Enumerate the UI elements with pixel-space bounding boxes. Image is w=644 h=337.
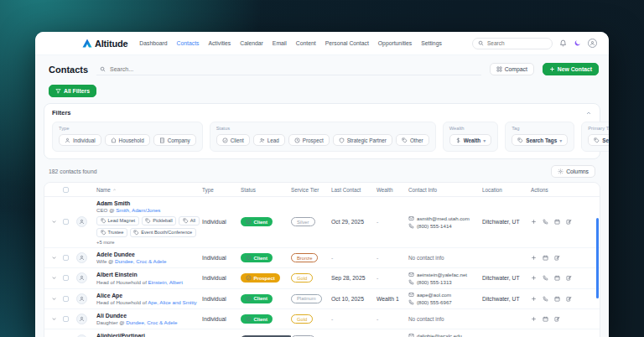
row-checkbox[interactable] <box>63 296 69 302</box>
contacts-search[interactable] <box>96 64 481 75</box>
primary-tag-search-dropdown[interactable]: Search Tags▾ <box>588 134 609 146</box>
add-action-button[interactable] <box>531 255 537 261</box>
contacts-search-input[interactable] <box>110 66 478 72</box>
filter-option-client[interactable]: Client <box>216 134 250 146</box>
columns-button[interactable]: Columns <box>551 165 595 178</box>
add-action-button[interactable] <box>531 316 537 322</box>
filter-option-household[interactable]: Household <box>105 134 150 146</box>
edit-action-button[interactable] <box>554 255 560 261</box>
contact-email[interactable]: aape@aol.com <box>408 291 482 298</box>
wealth-dropdown[interactable]: Wealth▾ <box>449 134 492 146</box>
calendar-action-button[interactable] <box>543 316 548 322</box>
global-search[interactable] <box>472 38 553 49</box>
new-contact-button[interactable]: New Contact <box>543 63 599 75</box>
edit-action-button[interactable] <box>566 275 572 281</box>
column-header-name[interactable]: Name <box>96 187 202 193</box>
row-checkbox[interactable] <box>63 219 69 225</box>
table-row[interactable]: Adam Smith CEO @ Smith, Adam/JonesLead M… <box>44 197 600 248</box>
contact-email[interactable]: aeinstein@yalefac.net <box>408 271 482 278</box>
subtitle-link[interactable]: Ape, Alice and Smitty <box>148 299 196 305</box>
edit-action-button[interactable] <box>554 316 560 322</box>
column-header-contact-info[interactable]: Contact Info <box>408 187 482 193</box>
subtitle-link[interactable]: Dundee, Croc & Adele <box>126 319 177 325</box>
column-header-status[interactable]: Status <box>241 187 291 193</box>
column-header-location[interactable]: Location <box>482 187 531 193</box>
tag-search-dropdown[interactable]: Search Tags▾ <box>512 134 568 146</box>
column-header-type[interactable]: Type <box>202 187 241 193</box>
row-expand-chevron-icon[interactable] <box>51 219 63 225</box>
contact-phone[interactable]: (800) 555-1313 <box>408 278 482 286</box>
column-header-service-tier[interactable]: Service Tier <box>291 187 331 193</box>
filter-option-individual[interactable]: Individual <box>59 134 101 146</box>
subtitle-link[interactable]: Smith, Adam/Jones <box>116 207 160 213</box>
table-row[interactable]: Alighieri/Portinari Beatrice Portinari i… <box>44 329 600 337</box>
dark-mode-moon-icon[interactable] <box>574 39 581 47</box>
phone-action-button[interactable] <box>543 296 548 302</box>
nav-item-contacts[interactable]: Contacts <box>177 40 200 46</box>
table-row[interactable]: Albert Einstein Head of Household of Ein… <box>44 268 600 288</box>
row-expand-chevron-icon[interactable] <box>51 296 63 302</box>
user-avatar[interactable] <box>588 39 597 48</box>
row-expand-chevron-icon[interactable] <box>51 316 63 322</box>
edit-action-button[interactable] <box>566 296 572 302</box>
filter-option-other[interactable]: Other <box>396 134 429 146</box>
row-checkbox[interactable] <box>63 275 69 281</box>
add-action-button[interactable] <box>531 275 537 281</box>
contact-tag[interactable]: Trustee <box>96 228 127 237</box>
calendar-action-button[interactable] <box>543 255 548 261</box>
phone-action-button[interactable] <box>543 219 548 225</box>
subtitle-link[interactable]: Einstein, Albert <box>148 279 183 285</box>
calendar-action-button[interactable] <box>554 296 560 302</box>
contact-name[interactable]: Ali Dundee <box>96 312 202 319</box>
add-action-button[interactable] <box>531 296 537 302</box>
phone-action-button[interactable] <box>543 275 548 281</box>
filter-option-prospect[interactable]: Prospect <box>288 134 330 146</box>
compact-toggle-button[interactable]: Compact <box>490 63 534 75</box>
contact-tag[interactable]: Pickleball <box>142 216 177 226</box>
notifications-bell-icon[interactable] <box>559 39 567 47</box>
nav-item-dashboard[interactable]: Dashboard <box>139 40 167 46</box>
filter-option-strategic-partner[interactable]: Strategic Partner <box>333 134 392 146</box>
contact-phone[interactable]: (800) 555-6967 <box>408 298 482 306</box>
nav-item-email[interactable]: Email <box>273 40 287 46</box>
contact-name[interactable]: Adam Smith <box>96 200 202 207</box>
contact-email[interactable]: dalighie@wcslc.edu <box>408 332 482 337</box>
nav-item-content[interactable]: Content <box>296 40 316 46</box>
nav-item-calendar[interactable]: Calendar <box>240 40 263 46</box>
select-all-checkbox[interactable] <box>63 187 69 193</box>
row-checkbox[interactable] <box>63 255 69 261</box>
calendar-action-button[interactable] <box>554 219 560 225</box>
add-action-button[interactable] <box>531 219 537 225</box>
app-logo[interactable]: Altitude <box>82 39 127 49</box>
row-checkbox[interactable] <box>63 316 69 322</box>
contact-phone[interactable]: (800) 555-1414 <box>408 222 482 230</box>
nav-item-opportunities[interactable]: Opportunities <box>378 40 412 46</box>
row-expand-chevron-icon[interactable] <box>51 275 63 281</box>
scrollbar-thumb[interactable] <box>596 218 599 298</box>
filter-option-lead[interactable]: Lead <box>253 134 285 146</box>
contact-tag[interactable]: All <box>179 216 199 226</box>
collapse-chevron-up-icon[interactable] <box>585 110 592 117</box>
table-row[interactable]: Ali Dundee Daughter @ Dundee, Croc & Ade… <box>44 309 600 329</box>
table-row[interactable]: Alice Ape Head of Household of Ape, Alic… <box>44 289 600 309</box>
calendar-action-button[interactable] <box>554 275 560 281</box>
filter-option-company[interactable]: Company <box>153 134 196 146</box>
contact-name[interactable]: Alice Ape <box>96 292 202 299</box>
row-expand-chevron-icon[interactable] <box>51 255 63 261</box>
table-row[interactable]: Adele Dundee Wife @ Dundee, Croc & Adele… <box>44 248 600 268</box>
global-search-input[interactable] <box>487 40 546 46</box>
contact-name[interactable]: Alighieri/Portinari <box>96 332 202 337</box>
column-header-actions[interactable]: Actions <box>531 187 593 193</box>
more-tags-link[interactable]: +5 more <box>96 240 114 245</box>
contact-email[interactable]: asmith@med.utah.com <box>408 215 482 222</box>
contact-name[interactable]: Albert Einstein <box>96 271 202 278</box>
contact-tag[interactable]: Event Booth/Conference <box>130 228 196 237</box>
contact-name[interactable]: Adele Dundee <box>96 251 202 258</box>
nav-item-settings[interactable]: Settings <box>421 40 442 46</box>
edit-action-button[interactable] <box>566 219 572 225</box>
column-header-wealth[interactable]: Wealth <box>377 187 408 193</box>
column-header-last-contact[interactable]: Last Contact <box>331 187 377 193</box>
nav-item-personal-contact[interactable]: Personal Contact <box>325 40 369 46</box>
subtitle-link[interactable]: Dundee, Croc & Adele <box>115 258 166 264</box>
contact-tag[interactable]: Lead Magnet <box>96 216 139 226</box>
